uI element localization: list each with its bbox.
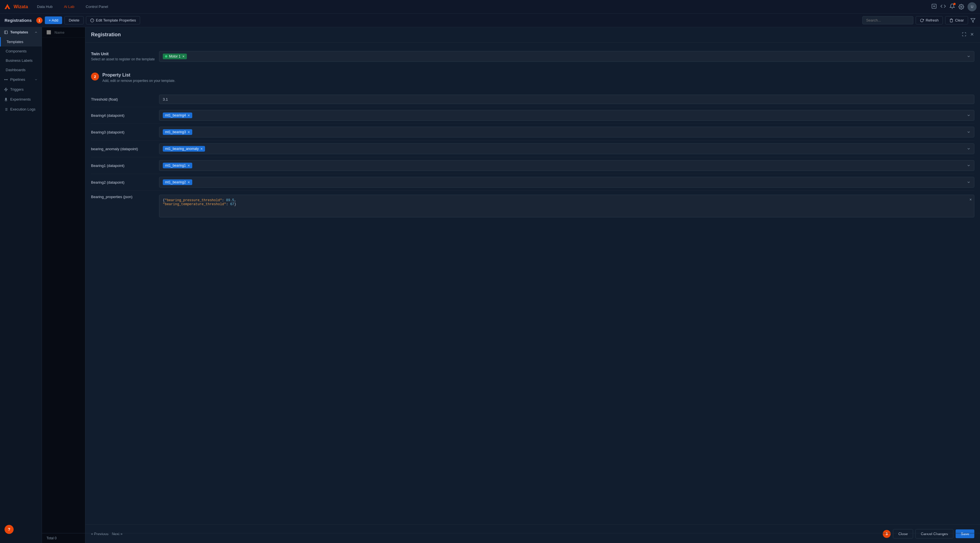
twin-unit-select[interactable]: Motor 1 × <box>159 51 974 62</box>
bearing-anomaly-select[interactable]: mt1_bearing_anomaly × <box>159 143 974 154</box>
registration-modal: Registration <box>85 27 980 543</box>
bearing2-chevron-icon <box>967 180 970 184</box>
bearing2-tag-remove[interactable]: × <box>188 180 190 184</box>
toolbar: Registrations 1 + Add Delete Edit Templa… <box>0 14 980 27</box>
twin-unit-label: Twin Unit <box>91 52 159 56</box>
search-input[interactable] <box>862 16 913 24</box>
bearing-anomaly-label: bearing_anomaly (datapoint) <box>91 147 159 151</box>
property-list-desc: Add, edit or remove properties on your t… <box>102 79 175 83</box>
bearing3-select[interactable]: mt1_bearing3 × <box>159 127 974 137</box>
clear-button[interactable]: Clear <box>945 16 968 24</box>
triggers-label: Triggers <box>10 87 24 92</box>
bell-icon-container[interactable] <box>950 3 955 10</box>
bearing4-select[interactable]: mt1_bearing4 × <box>159 110 974 121</box>
threshold-control <box>159 95 974 104</box>
settings-icon[interactable] <box>958 4 964 10</box>
brand-name: Wizata <box>14 4 28 10</box>
bearing4-tag-remove[interactable]: × <box>188 113 190 117</box>
main-content: Name Registration <box>42 27 980 543</box>
refresh-button[interactable]: Refresh <box>916 16 943 24</box>
bearing4-tag-label: mt1_bearing4 <box>165 113 186 117</box>
bearing-anomaly-tag-label: mt1_bearing_anomaly <box>165 147 199 151</box>
main-layout: Templates Templates Components Business … <box>0 27 980 543</box>
svg-rect-8 <box>5 30 8 34</box>
svg-marker-13 <box>5 88 8 91</box>
add-icon-container[interactable] <box>931 3 937 10</box>
experiments-label: Experiments <box>10 97 30 102</box>
brand-logo[interactable]: Wizata <box>3 3 28 11</box>
step2-circle: 2 <box>91 73 99 81</box>
field-row-bearing4: Bearing4 (datapoint) mt1_bearing4 × <box>91 107 974 124</box>
sidebar-item-pipelines[interactable]: Pipelines <box>0 75 42 84</box>
bearing3-tag-remove[interactable]: × <box>188 130 190 134</box>
bearing4-tag: mt1_bearing4 × <box>163 113 192 118</box>
pipeline-icon <box>4 78 8 82</box>
filter-icon[interactable] <box>970 18 975 23</box>
property-section-header: 2 Property List Add, edit or remove prop… <box>91 73 974 87</box>
twin-unit-desc: Select an asset to register on the templ… <box>91 57 159 61</box>
bearing2-label: Bearing2 (datapoint) <box>91 180 159 184</box>
edit-icon <box>90 18 94 22</box>
help-icon: ? <box>8 527 11 532</box>
svg-point-10 <box>5 79 5 79</box>
help-button[interactable]: ? <box>5 525 14 534</box>
edit-template-button[interactable]: Edit Template Properties <box>86 16 140 24</box>
json-content: {"bearing_pressure_threshold": 89.5, "be… <box>163 198 970 206</box>
bearing2-tag-label: mt1_bearing2 <box>165 180 186 184</box>
execution-logs-label: Execution Logs <box>10 107 35 111</box>
add-icon <box>931 3 937 9</box>
nav-control-panel[interactable]: Control Panel <box>83 3 110 10</box>
bearing-properties-label: Bearing_properties (json) <box>91 195 159 199</box>
threshold-input[interactable] <box>159 95 974 104</box>
modal-body: Twin Unit Select an asset to register on… <box>85 43 980 524</box>
field-row-bearing-properties: Bearing_properties (json) × {"bearing_pr… <box>91 191 974 220</box>
motor-tag-remove[interactable]: × <box>182 54 185 59</box>
modal-header: Registration <box>85 27 980 43</box>
sidebar-item-experiments[interactable]: Experiments <box>0 94 42 104</box>
bearing1-select[interactable]: mt1_bearing1 × <box>159 160 974 171</box>
bearing3-tag: mt1_bearing3 × <box>163 129 192 135</box>
bearing4-label: Bearing4 (datapoint) <box>91 113 159 117</box>
code-icon-container[interactable] <box>940 3 946 10</box>
add-button[interactable]: + Add <box>45 16 62 24</box>
templates-group: Templates Templates Components Business … <box>0 27 42 75</box>
twin-unit-section: Twin Unit Select an asset to register on… <box>91 48 974 65</box>
sidebar: Templates Templates Components Business … <box>0 27 42 543</box>
json-editor[interactable]: × {"bearing_pressure_threshold": 89.5, "… <box>159 195 974 218</box>
nav-data-hub[interactable]: Data Hub <box>35 3 55 10</box>
sidebar-item-dashboards[interactable]: Dashboards <box>0 65 42 75</box>
modal-expand-button[interactable] <box>962 32 966 38</box>
sidebar-item-execution-logs[interactable]: Execution Logs <box>0 104 42 114</box>
clear-label: Clear <box>955 18 964 22</box>
sidebar-item-components[interactable]: Components <box>0 46 42 56</box>
sidebar-item-triggers[interactable]: Triggers <box>0 84 42 94</box>
field-row-bearing-anomaly: bearing_anomaly (datapoint) mt1_bearing_… <box>91 141 974 157</box>
modal-title: Registration <box>91 32 121 38</box>
property-section-title-container: Property List Add, edit or remove proper… <box>102 73 175 87</box>
sidebar-item-business-labels[interactable]: Business Labels <box>0 56 42 65</box>
bearing1-tag-remove[interactable]: × <box>188 163 190 168</box>
json-clear-button[interactable]: × <box>969 197 972 202</box>
templates-group-header[interactable]: Templates <box>0 27 42 37</box>
property-list-section: 2 Property List Add, edit or remove prop… <box>91 73 974 220</box>
chevron-down-icon <box>34 78 38 81</box>
threshold-label: Threshold (float) <box>91 97 159 102</box>
svg-point-3 <box>961 6 962 7</box>
bearing-anomaly-chevron-icon <box>967 147 970 151</box>
bearing2-tag: mt1_bearing2 × <box>163 179 192 185</box>
bearing-anomaly-tag-remove[interactable]: × <box>200 146 203 151</box>
nav-right-icons: U <box>931 2 977 11</box>
chevron-up-icon <box>34 30 38 34</box>
bearing3-chevron-icon <box>967 130 970 134</box>
expand-icon <box>962 32 966 37</box>
bearing2-select[interactable]: mt1_bearing2 × <box>159 177 974 187</box>
nav-ai-lab[interactable]: Ai Lab <box>62 3 76 10</box>
modal-header-icons <box>962 32 974 38</box>
svg-point-11 <box>7 79 7 79</box>
delete-button[interactable]: Delete <box>64 16 84 24</box>
user-avatar[interactable]: U <box>967 2 977 11</box>
templates-group-label: Templates <box>10 30 28 34</box>
modal-close-button[interactable] <box>970 32 974 38</box>
top-navigation: Wizata Data Hub Ai Lab Control Panel U <box>0 0 980 14</box>
sidebar-item-templates[interactable]: Templates <box>0 37 42 46</box>
